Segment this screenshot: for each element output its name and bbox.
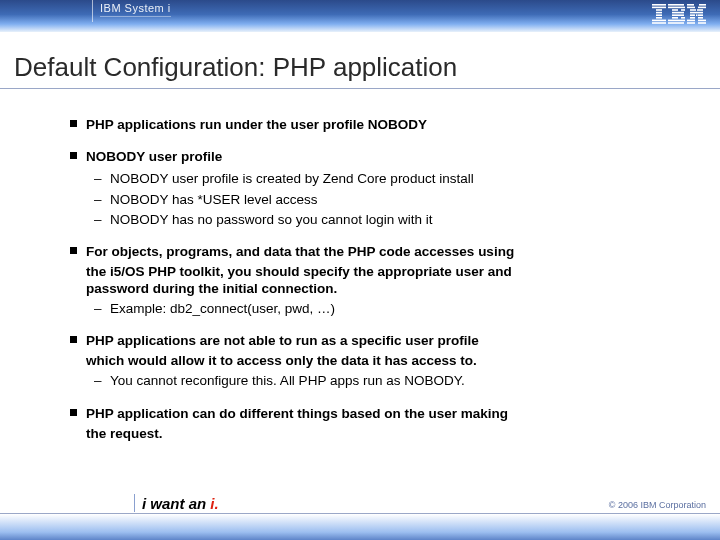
slide: IBM System i <box>0 0 720 540</box>
svg-rect-31 <box>698 20 706 22</box>
svg-rect-0 <box>652 4 666 6</box>
svg-rect-32 <box>687 22 695 24</box>
svg-rect-15 <box>681 17 685 19</box>
bullet: PHP application can do different things … <box>70 405 670 423</box>
sub-bullet: NOBODY has no password so you cannot log… <box>70 211 670 229</box>
svg-rect-26 <box>696 14 698 16</box>
product-name: IBM System i <box>100 2 171 17</box>
svg-rect-21 <box>698 7 706 9</box>
svg-rect-12 <box>672 12 684 14</box>
tagline-divider <box>134 494 135 512</box>
svg-rect-2 <box>656 9 662 11</box>
svg-rect-7 <box>652 22 666 24</box>
svg-rect-11 <box>681 9 685 11</box>
bullet: password during the initial connection. <box>70 280 670 298</box>
sub-bullet: NOBODY user profile is created by Zend C… <box>70 170 670 188</box>
bullet: For objects, programs, and data that the… <box>70 243 670 261</box>
sub-bullet: You cannot reconfigure this. All PHP app… <box>70 372 670 390</box>
bullet: PHP applications run under the user prof… <box>70 116 670 134</box>
svg-rect-8 <box>668 4 684 6</box>
sub-bullet: NOBODY has *USER level access <box>70 191 670 209</box>
svg-rect-19 <box>699 4 706 6</box>
ibm-logo-icon <box>652 4 706 24</box>
copyright: © 2006 IBM Corporation <box>609 500 706 510</box>
svg-rect-16 <box>668 20 685 22</box>
svg-rect-23 <box>697 9 703 11</box>
svg-rect-6 <box>652 20 666 22</box>
svg-rect-27 <box>698 14 703 16</box>
svg-rect-28 <box>690 17 695 19</box>
svg-rect-10 <box>672 9 678 11</box>
svg-rect-14 <box>672 17 678 19</box>
svg-rect-9 <box>668 7 685 9</box>
bullet: the request. <box>70 425 670 443</box>
svg-rect-22 <box>690 9 696 11</box>
tagline-accent: i. <box>210 495 218 512</box>
bullet: which would allow it to access only the … <box>70 352 670 370</box>
svg-rect-30 <box>687 20 695 22</box>
header-divider <box>92 0 93 22</box>
svg-rect-17 <box>668 22 684 24</box>
svg-rect-13 <box>672 14 684 16</box>
footer-bar <box>0 514 720 540</box>
svg-rect-24 <box>690 12 703 14</box>
svg-rect-29 <box>698 17 703 19</box>
title-underline <box>0 88 720 89</box>
svg-rect-3 <box>656 12 662 14</box>
svg-rect-4 <box>656 14 662 16</box>
svg-rect-33 <box>698 22 706 24</box>
svg-rect-5 <box>656 17 662 19</box>
sub-bullet: Example: db2_connect(user, pwd, …) <box>70 300 670 318</box>
svg-rect-25 <box>690 14 695 16</box>
slide-title: Default Configuration: PHP application <box>14 52 457 83</box>
header-bar: IBM System i <box>0 0 720 32</box>
tagline: i want an i. <box>142 495 219 512</box>
content-area: PHP applications run under the user prof… <box>70 102 670 443</box>
svg-rect-18 <box>687 4 694 6</box>
svg-rect-20 <box>687 7 695 9</box>
bullet: NOBODY user profile <box>70 148 670 166</box>
tagline-pre: i want an <box>142 495 210 512</box>
svg-rect-1 <box>652 7 666 9</box>
bullet: PHP applications are not able to run as … <box>70 332 670 350</box>
